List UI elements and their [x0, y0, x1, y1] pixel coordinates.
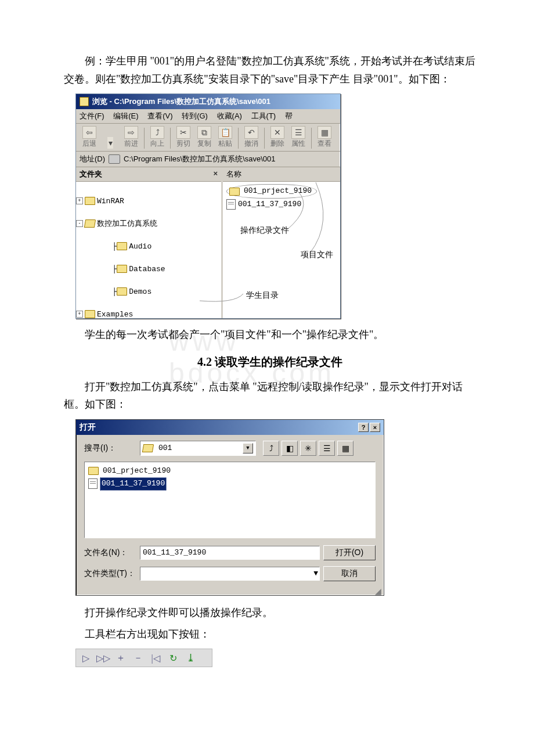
drive-icon: [109, 154, 120, 164]
forward-button[interactable]: ⇨前进: [121, 126, 141, 149]
desktop-button[interactable]: ◧: [282, 441, 298, 456]
menubar[interactable]: 文件(F) 编辑(E) 查看(V) 转到(G) 收藏(A) 工具(T) 帮: [76, 109, 340, 124]
explorer-titlebar: 浏览 - C:\Program Files\数控加工仿真系统\save\001: [76, 94, 340, 109]
filename-input[interactable]: 001_11_37_9190: [140, 546, 320, 560]
address-path[interactable]: C:\Program Files\数控加工仿真系统\save\001: [124, 154, 276, 164]
file-item[interactable]: 001_11_37_9190: [226, 199, 337, 211]
properties-button[interactable]: ☰属性: [288, 126, 308, 149]
close-tree-button[interactable]: ×: [213, 169, 218, 179]
fast-forward-button[interactable]: ▷▷: [96, 651, 111, 665]
file-chooser-area[interactable]: 001_prject_9190 001_11_37_9190: [84, 462, 376, 538]
column-header-name[interactable]: 名称: [223, 167, 340, 182]
play-button[interactable]: ▷: [78, 651, 93, 665]
views-button[interactable]: ▦查看: [315, 126, 334, 149]
document-icon: [88, 478, 98, 489]
close-button[interactable]: ×: [370, 423, 380, 432]
delete-button[interactable]: ✕删除: [268, 126, 287, 149]
intro-paragraph: 例：学生甲用 "001"的用户名登陆"数控加工仿真系统"系统，开始考试并在考试结…: [64, 52, 476, 88]
up-button[interactable]: ⤴向上: [147, 126, 167, 149]
paste-button[interactable]: 📋粘贴: [215, 126, 235, 149]
open-dialog-titlebar: 打开 ? ×: [76, 420, 384, 435]
up-one-level-button[interactable]: ⤴: [263, 441, 279, 456]
menu-edit[interactable]: 编辑(E): [113, 111, 138, 120]
chevron-down-icon[interactable]: ▼: [313, 569, 318, 578]
callout-record-file: 操作纪录文件: [240, 225, 289, 236]
lookin-value: 001: [158, 444, 172, 452]
loop-button[interactable]: ↻: [165, 651, 181, 665]
playback-toolbar: ▷ ▷▷ ＋ － |◁ ↻ ⤓: [75, 649, 212, 667]
details-view-button[interactable]: ▦: [337, 441, 353, 456]
lookin-label: 搜寻(I)：: [84, 443, 140, 453]
callout-student-dir: 学生目录: [246, 290, 279, 301]
copy-button[interactable]: ⧉复制: [194, 126, 214, 149]
explorer-window: 浏览 - C:\Program Files\数控加工仿真系统\save\001 …: [75, 93, 341, 319]
folder-open-icon: [142, 444, 154, 452]
menu-file[interactable]: 文件(F): [80, 111, 104, 120]
file-list-pane: 名称 001_prject_9190 001_11_37_9190 操作纪录文件…: [223, 167, 340, 318]
list-view-button[interactable]: ☰: [319, 441, 335, 456]
list-item[interactable]: 001_11_37_9190: [88, 477, 371, 491]
resize-grip-icon[interactable]: ◢: [76, 588, 384, 595]
open-button[interactable]: 打开(O): [323, 545, 376, 560]
file-item[interactable]: 001_prject_9190: [226, 184, 337, 199]
menu-favorites[interactable]: 收藏(A): [217, 111, 242, 120]
dialog-title: 打开: [80, 422, 96, 433]
callout-project-file: 项目文件: [301, 250, 333, 260]
folder-tree-pane: 文件夹 × +WinRAR -数控加工仿真系统 ├Audio ├Database…: [76, 167, 223, 318]
search-folder-icon: [80, 97, 89, 106]
menu-help[interactable]: 帮: [285, 111, 293, 120]
help-button[interactable]: ?: [358, 423, 369, 432]
section-title: 4.2 读取学生的操作纪录文件: [64, 354, 476, 370]
address-label: 地址(D): [80, 154, 105, 164]
cut-button[interactable]: ✂剪切: [174, 126, 193, 149]
dropdown-button[interactable]: ▾: [100, 137, 120, 149]
paragraph-4: 打开操作纪录文件即可以播放操作纪录。: [64, 604, 476, 622]
paragraph-2: 学生的每一次考试都会产一个"项目文件"和一个"操作纪录文件"。: [64, 326, 476, 344]
rewind-button[interactable]: |◁: [148, 651, 163, 665]
filetype-label: 文件类型(T)：: [84, 568, 140, 579]
toolbar: ⇦后退 ▾ ⇨前进 ⤴向上 ✂剪切 ⧉复制 📋粘贴 ↶撤消 ✕删除 ☰属性 ▦查…: [76, 124, 340, 152]
folder-tree[interactable]: +WinRAR -数控加工仿真系统 ├Audio ├Database ├Demo…: [76, 182, 221, 318]
undo-button[interactable]: ↶撤消: [241, 126, 261, 149]
zoom-out-button[interactable]: －: [131, 651, 146, 665]
filename-label: 文件名(N)：: [84, 548, 140, 558]
address-bar: 地址(D) C:\Program Files\数控加工仿真系统\save\001: [76, 152, 340, 167]
menu-view[interactable]: 查看(V): [147, 111, 172, 120]
window-title: 浏览 - C:\Program Files\数控加工仿真系统\save\001: [92, 96, 270, 107]
document-icon: [226, 199, 236, 210]
folders-label: 文件夹: [80, 169, 102, 179]
skip-end-button[interactable]: ⤓: [183, 651, 198, 665]
new-folder-button[interactable]: ✳: [300, 441, 316, 456]
folder-icon: [88, 467, 99, 475]
back-button[interactable]: ⇦后退: [80, 126, 99, 149]
zoom-in-button[interactable]: ＋: [113, 651, 128, 665]
lookin-combo[interactable]: 001 ▼: [140, 441, 256, 456]
list-item[interactable]: 001_prject_9190: [88, 465, 371, 477]
filetype-combo[interactable]: ▼: [140, 567, 320, 581]
menu-goto[interactable]: 转到(G): [182, 111, 208, 120]
paragraph-3: 打开"数控加工仿真系统"，点击菜单 "远程控制/读取操作纪录"，显示文件打开对话…: [64, 378, 476, 413]
chevron-down-icon[interactable]: ▼: [243, 443, 253, 453]
menu-tools[interactable]: 工具(T): [251, 111, 276, 120]
paragraph-5: 工具栏右方出现如下按钮：: [64, 625, 476, 643]
open-dialog: 打开 ? × 搜寻(I)： 001 ▼ ⤴ ◧ ✳ ☰ ▦: [75, 419, 384, 596]
cancel-button[interactable]: 取消: [323, 566, 376, 581]
